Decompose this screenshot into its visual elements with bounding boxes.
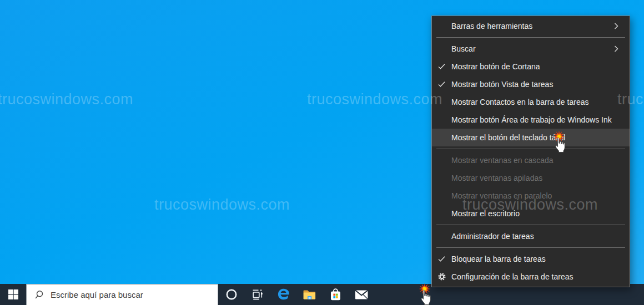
menu-item-label: Buscar xyxy=(451,44,614,53)
task-view-icon xyxy=(251,288,264,301)
menu-item-label: Mostrar ventanas apiladas xyxy=(451,174,630,182)
menu-item-mostrar-boton-cortana[interactable]: Mostrar botón de Cortana xyxy=(432,58,630,75)
menu-item-label: Mostrar botón de Cortana xyxy=(451,62,630,71)
submenu-chevron-icon xyxy=(614,45,630,52)
menu-separator xyxy=(436,149,625,149)
menu-item-label: Barras de herramientas xyxy=(451,22,614,30)
menu-item-label: Mostrar Contactos en la barra de tareas xyxy=(451,98,630,106)
menu-item-mostrar-teclado-tactil[interactable]: Mostrar el botón del teclado táctil xyxy=(432,129,630,146)
file-explorer-folder-icon xyxy=(303,289,316,301)
search-icon xyxy=(34,290,44,300)
menu-item-mostrar-windows-ink[interactable]: Mostrar botón Área de trabajo de Windows… xyxy=(432,111,630,129)
start-button[interactable] xyxy=(0,284,26,305)
menu-item-label: Mostrar ventanas en cascada xyxy=(451,156,630,165)
menu-item-ventanas-apiladas: Mostrar ventanas apiladas xyxy=(432,169,630,187)
gear-icon xyxy=(432,272,451,281)
menu-separator xyxy=(436,225,625,225)
menu-item-barras-de-herramientas[interactable]: Barras de herramientas xyxy=(432,17,630,35)
check-icon xyxy=(432,256,451,262)
menu-item-buscar[interactable]: Buscar xyxy=(432,40,630,58)
store-bag-icon xyxy=(329,288,342,302)
file-explorer-button[interactable] xyxy=(296,284,323,305)
menu-item-label: Mostrar botón Área de trabajo de Windows… xyxy=(451,115,630,124)
mail-envelope-icon xyxy=(355,289,369,300)
menu-item-label: Mostrar el escritorio xyxy=(451,209,630,218)
edge-icon xyxy=(276,287,291,302)
watermark: trucoswindows.com xyxy=(0,92,133,107)
cortana-circle-icon xyxy=(225,288,238,301)
taskbar-context-menu: Barras de herramientas Buscar Mostrar bo… xyxy=(431,16,630,287)
watermark: trucoswindows.com xyxy=(307,92,442,107)
menu-item-mostrar-contactos[interactable]: Mostrar Contactos en la barra de tareas xyxy=(432,93,630,111)
cortana-button[interactable] xyxy=(218,284,244,305)
menu-item-label: Mostrar ventanas en paralelo xyxy=(451,191,630,200)
menu-item-administrador-tareas[interactable]: Administrador de tareas xyxy=(432,227,630,245)
task-view-button[interactable] xyxy=(244,284,270,305)
menu-item-label: Mostrar el botón del teclado táctil xyxy=(451,133,630,142)
taskbar-search-box[interactable] xyxy=(26,284,218,305)
menu-separator xyxy=(436,247,625,248)
menu-item-label: Mostrar botón Vista de tareas xyxy=(451,80,630,89)
taskbar-icons xyxy=(218,284,375,305)
menu-item-configuracion-barra[interactable]: Configuración de la barra de tareas xyxy=(432,268,630,286)
menu-separator xyxy=(436,37,625,38)
menu-item-label: Configuración de la barra de tareas xyxy=(451,272,630,281)
menu-item-ventanas-paralelo: Mostrar ventanas en paralelo xyxy=(432,187,630,205)
mail-button[interactable] xyxy=(349,284,375,305)
search-input[interactable] xyxy=(51,290,189,299)
menu-item-ventanas-cascada: Mostrar ventanas en cascada xyxy=(432,151,630,169)
menu-item-mostrar-escritorio[interactable]: Mostrar el escritorio xyxy=(432,205,630,222)
edge-button[interactable] xyxy=(270,284,296,305)
menu-item-mostrar-boton-vista-tareas[interactable]: Mostrar botón Vista de tareas xyxy=(432,75,630,93)
menu-item-label: Bloquear la barra de tareas xyxy=(451,255,630,263)
watermark: trucoswindows.com xyxy=(154,197,290,212)
check-icon xyxy=(432,64,451,70)
microsoft-store-button[interactable] xyxy=(323,284,349,305)
check-icon xyxy=(432,82,451,88)
submenu-chevron-icon xyxy=(614,23,630,29)
menu-item-label: Administrador de tareas xyxy=(451,232,630,241)
windows-logo-icon xyxy=(8,289,18,299)
menu-item-bloquear-barra[interactable]: Bloquear la barra de tareas xyxy=(432,250,630,268)
